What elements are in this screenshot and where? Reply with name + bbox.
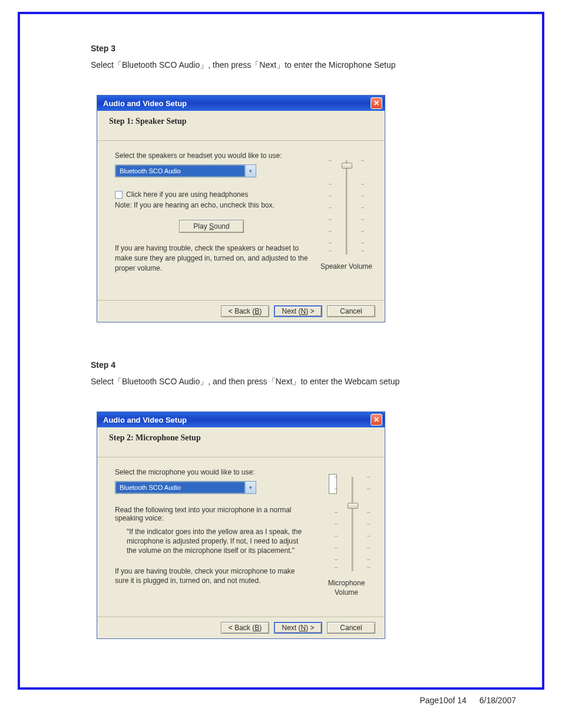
speaker-trouble-text: If you are having trouble, check the spe… [115,243,308,273]
back-u: B [254,307,259,315]
play-sound-label-underline: S [209,222,214,230]
next-prefix: Next ( [282,624,300,632]
back-u: B [254,624,259,632]
speaker-volume-slider[interactable] [335,157,358,258]
speaker-setup-dialog: Audio and Video Setup ✕ Step 1: Speaker … [97,95,385,322]
page-frame: Step 3 Select「Bluetooth SCO Audio」, then… [18,12,544,690]
dialog1-titlebar[interactable]: Audio and Video Setup ✕ [97,95,385,111]
chevron-down-icon[interactable]: ▾ [245,165,256,177]
back-button[interactable]: < Back (B) [221,622,269,634]
speaker-dropdown[interactable]: Bluetooth SCO Audio ▾ [115,164,256,177]
headphones-checkbox-label: Click here if you are using headphones [126,190,248,199]
play-sound-label-suffix: ound [214,222,230,230]
back-button[interactable]: < Back (B) [221,305,269,317]
step3-heading: Step 3 [91,44,471,53]
mic-volume-slider[interactable] [340,474,364,574]
step4-text: Select「Bluetooth SCO Audio」, and then pr… [91,375,471,388]
page-footer: Page10of 14 6/18/2007 [18,696,544,705]
back-prefix: < Back ( [229,624,254,632]
next-prefix: Next ( [282,307,300,315]
next-suffix: ) > [306,624,314,632]
dialog1-header: Step 1: Speaker Setup [97,111,385,141]
cancel-button[interactable]: Cancel [327,305,375,317]
headphones-checkbox[interactable] [115,191,123,199]
mic-sample-quote: "If the indicator goes into the yellow a… [127,527,308,556]
mic-dropdown[interactable]: Bluetooth SCO Audio ▾ [115,481,256,494]
mic-dropdown-value: Bluetooth SCO Audio [115,482,245,493]
back-suffix: ) [259,624,262,632]
dialog1-step-title: Step 1: Speaker Setup [109,117,187,126]
mic-select-label: Select the microphone you would like to … [115,468,308,476]
dialog2-header: Step 2: Microphone Setup [97,427,385,457]
microphone-setup-dialog: Audio and Video Setup ✕ Step 2: Micropho… [97,411,385,639]
page-date: 6/18/2007 [480,696,516,705]
dialog2-step-title: Step 2: Microphone Setup [109,433,201,442]
cancel-button[interactable]: Cancel [327,622,375,634]
speaker-select-label: Select the speakers or headset you would… [115,151,308,160]
mic-level-indicator [329,474,337,494]
echo-note: Note: If you are hearing an echo, unchec… [115,201,308,209]
mic-volume-label: Microphone Volume [320,579,373,597]
back-prefix: < Back ( [229,307,254,315]
next-button[interactable]: Next (N) > [274,622,322,634]
next-u: N [301,307,306,315]
play-sound-button[interactable]: Play Sound [179,220,244,233]
dialog2-title: Audio and Video Setup [103,416,187,424]
next-suffix: ) > [306,307,314,315]
play-sound-label-prefix: Play [193,222,209,230]
step3-text: Select「Bluetooth SCO Audio」, then press「… [91,59,471,71]
close-icon[interactable]: ✕ [371,97,382,109]
next-button[interactable]: Next (N) > [274,305,322,317]
back-suffix: ) [259,307,262,315]
next-u: N [301,624,306,632]
dialog2-titlebar[interactable]: Audio and Video Setup ✕ [97,412,385,427]
close-icon[interactable]: ✕ [371,414,382,426]
mic-trouble-text: If you are having trouble, check your mi… [115,566,308,587]
speaker-dropdown-value: Bluetooth SCO Audio [115,165,245,177]
speaker-volume-label: Speaker Volume [320,262,372,272]
chevron-down-icon[interactable]: ▾ [245,482,256,493]
page-number: Page10of 14 [419,696,466,705]
dialog1-title: Audio and Video Setup [103,99,187,108]
step4-heading: Step 4 [91,360,471,370]
mic-read-instruction: Read the following text into your microp… [115,506,308,522]
